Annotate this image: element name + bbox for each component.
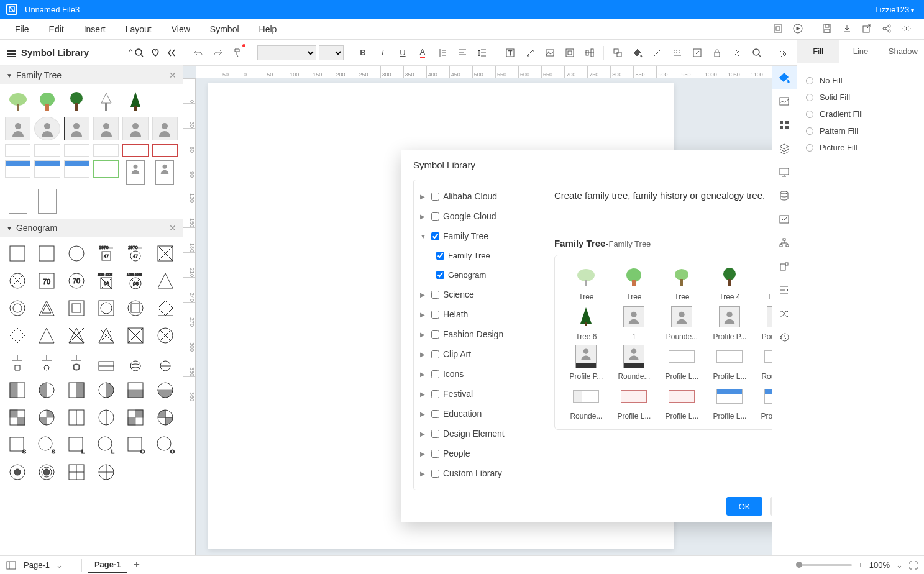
gshape[interactable]: 1970—47 bbox=[94, 242, 119, 265]
tree-item[interactable]: ▶Clip Art bbox=[414, 344, 544, 364]
checkbox-icon[interactable] bbox=[688, 44, 706, 62]
gshape[interactable] bbox=[5, 297, 30, 319]
chevron-down-icon[interactable]: ⌄ bbox=[896, 560, 903, 570]
shape-card[interactable] bbox=[126, 160, 145, 185]
connector-icon[interactable] bbox=[521, 44, 539, 62]
tree-item[interactable]: ▶Fashion Design bbox=[414, 324, 544, 344]
gshape[interactable]: 70 bbox=[35, 270, 60, 292]
gshape[interactable] bbox=[35, 379, 60, 401]
menu-insert[interactable]: Insert bbox=[74, 24, 116, 34]
fullscreen-icon[interactable] bbox=[909, 561, 918, 570]
gshape[interactable]: S bbox=[5, 434, 30, 456]
shape-card[interactable] bbox=[9, 189, 27, 214]
search-icon[interactable] bbox=[748, 44, 766, 62]
gshape[interactable] bbox=[35, 297, 60, 319]
gshape[interactable] bbox=[153, 379, 178, 401]
container-icon[interactable] bbox=[561, 44, 579, 62]
export-icon[interactable] bbox=[862, 24, 873, 35]
preview-item[interactable]: Profile L... bbox=[707, 383, 752, 421]
group-icon[interactable] bbox=[609, 44, 626, 62]
shape-tree[interactable] bbox=[5, 89, 30, 113]
page-select[interactable]: Page-1 bbox=[24, 560, 50, 570]
gshape[interactable] bbox=[5, 461, 30, 483]
gshape[interactable]: 70 bbox=[64, 270, 89, 292]
preview-item[interactable]: Tree 4 bbox=[707, 264, 752, 301]
preview-item[interactable]: Profile P... bbox=[707, 304, 752, 341]
gshape[interactable]: L bbox=[94, 434, 119, 456]
gshape[interactable] bbox=[5, 242, 30, 265]
user-menu[interactable]: Lizzie123 bbox=[875, 5, 918, 14]
font-color-icon[interactable]: A bbox=[414, 44, 431, 62]
shape-profile[interactable] bbox=[5, 117, 30, 140]
shape-card[interactable] bbox=[122, 144, 148, 157]
gshape[interactable] bbox=[5, 270, 30, 292]
navigator-tool-icon[interactable] bbox=[772, 278, 797, 302]
tab-line[interactable]: Line bbox=[839, 40, 882, 63]
fill-option[interactable]: Solid Fill bbox=[806, 89, 915, 106]
tree-item[interactable]: ▶Education bbox=[414, 404, 544, 424]
tree-item[interactable]: ▶Science bbox=[414, 285, 544, 304]
shape-tree[interactable] bbox=[34, 89, 60, 113]
zoom-slider[interactable] bbox=[796, 564, 852, 566]
undo-icon[interactable] bbox=[190, 44, 207, 62]
gshape[interactable] bbox=[35, 406, 60, 429]
gshape[interactable] bbox=[35, 324, 60, 347]
tools-icon[interactable] bbox=[728, 44, 746, 62]
gshape[interactable] bbox=[35, 242, 60, 265]
fill-tool-icon[interactable] bbox=[772, 66, 797, 89]
preview-item[interactable]: Profile L... bbox=[755, 383, 772, 421]
zoom-in-button[interactable]: + bbox=[858, 560, 863, 570]
preview-item[interactable]: Tree 5 bbox=[755, 264, 772, 301]
preview-item[interactable]: Profile L... bbox=[659, 344, 705, 381]
present-tool-icon[interactable] bbox=[772, 160, 797, 184]
tree-item[interactable]: ▶Custom Library bbox=[414, 463, 544, 483]
tree-item[interactable]: ▶Icons bbox=[414, 364, 544, 384]
chart-tool-icon[interactable] bbox=[772, 207, 797, 231]
gshape[interactable] bbox=[35, 461, 60, 483]
gshape[interactable] bbox=[64, 406, 89, 429]
gshape[interactable] bbox=[5, 324, 30, 347]
fill-option[interactable]: Picture Fill bbox=[806, 139, 915, 156]
close-icon[interactable]: ✕ bbox=[169, 70, 176, 80]
canvas[interactable]: -500501001502002503003504004505005506006… bbox=[183, 66, 772, 555]
gshape[interactable] bbox=[5, 352, 30, 374]
gshape[interactable] bbox=[64, 297, 89, 319]
tree-item[interactable]: ▶People bbox=[414, 444, 544, 463]
tab-fill[interactable]: Fill bbox=[797, 40, 839, 63]
gshape[interactable] bbox=[5, 379, 30, 401]
gshape[interactable] bbox=[153, 270, 178, 292]
preview-item[interactable]: 1 bbox=[611, 304, 657, 341]
preview-item[interactable]: Rounde... bbox=[564, 383, 609, 421]
grid-tool-icon[interactable] bbox=[772, 113, 797, 137]
shape-tree[interactable] bbox=[93, 89, 119, 113]
tree-item[interactable]: ▶Google Cloud bbox=[414, 206, 544, 226]
shape-card[interactable] bbox=[93, 144, 119, 157]
tree-item[interactable]: ▶Design Element bbox=[414, 424, 544, 444]
preview-item[interactable]: Profile L... bbox=[659, 383, 705, 421]
italic-icon[interactable]: I bbox=[374, 44, 391, 62]
fill-color-icon[interactable] bbox=[629, 44, 646, 62]
gshape[interactable]: O bbox=[124, 434, 149, 456]
search-icon[interactable] bbox=[134, 48, 144, 58]
gshape[interactable] bbox=[64, 324, 89, 347]
shape-card[interactable] bbox=[5, 160, 30, 178]
preview-item[interactable]: Profile P... bbox=[564, 344, 609, 381]
gshape[interactable]: 1970—47 bbox=[124, 242, 149, 265]
shape-profile[interactable] bbox=[64, 117, 89, 140]
view-icon[interactable] bbox=[902, 24, 913, 35]
gshape[interactable] bbox=[124, 324, 149, 347]
menu-file[interactable]: File bbox=[5, 24, 39, 34]
preview-item[interactable]: Tree bbox=[564, 264, 609, 301]
shape-profile[interactable] bbox=[122, 117, 148, 140]
shape-card[interactable] bbox=[152, 144, 178, 157]
shape-card[interactable] bbox=[34, 160, 60, 178]
pages-icon[interactable] bbox=[6, 561, 16, 570]
section-genogram[interactable]: ▼ Genogram ✕ bbox=[0, 219, 183, 237]
gshape[interactable] bbox=[94, 406, 119, 429]
page-tab[interactable]: Page-1 bbox=[88, 557, 127, 573]
preview-item[interactable]: Rounde... bbox=[611, 344, 657, 381]
text-box-icon[interactable]: T bbox=[501, 44, 519, 62]
gshape[interactable] bbox=[94, 324, 119, 347]
download-icon[interactable] bbox=[842, 24, 853, 35]
gshape[interactable] bbox=[124, 406, 149, 429]
